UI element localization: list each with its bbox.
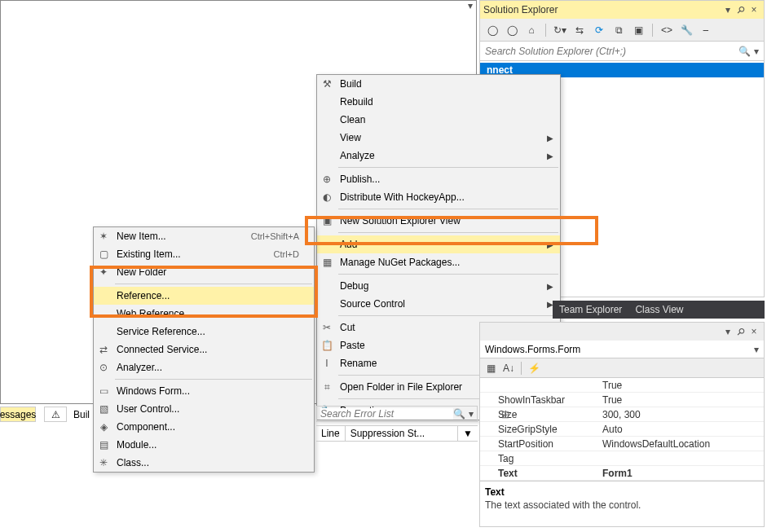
property-row[interactable]: ⊞Size300, 300 bbox=[480, 407, 764, 422]
col-line[interactable]: Line bbox=[316, 426, 346, 441]
menu-item-windows-form[interactable]: ▭Windows Form... bbox=[94, 382, 314, 400]
menu-item-web-reference[interactable]: Web Reference... bbox=[94, 305, 314, 323]
pin-icon[interactable] bbox=[734, 326, 747, 337]
tab-messages[interactable]: essages bbox=[0, 407, 36, 422]
tab-team-explorer[interactable]: Team Explorer bbox=[553, 301, 628, 319]
home-icon[interactable]: ⌂ bbox=[524, 23, 539, 37]
menu-item-view[interactable]: View▶ bbox=[317, 129, 560, 147]
menu-item-new-item[interactable]: ✶New Item...Ctrl+Shift+A bbox=[94, 227, 314, 245]
menu-item-class[interactable]: ✳Class... bbox=[94, 454, 314, 472]
class-icon: ✳ bbox=[97, 457, 110, 468]
menu-item-label: Debug bbox=[340, 280, 547, 292]
toolbar-separator bbox=[652, 24, 653, 37]
property-name: SizeGripStyle bbox=[480, 424, 602, 435]
property-row[interactable]: TextForm1 bbox=[480, 466, 764, 481]
sync-active-icon[interactable]: ⟳ bbox=[592, 23, 606, 37]
forward-icon[interactable]: ◯ bbox=[505, 23, 519, 37]
menu-item-existing-item[interactable]: ▢Existing Item...Ctrl+D bbox=[94, 245, 314, 263]
menu-item-label: User Control... bbox=[117, 403, 307, 415]
menu-item-label: New Solution Explorer View bbox=[340, 215, 553, 226]
window-position-icon[interactable]: ▾ bbox=[721, 326, 734, 337]
property-value[interactable]: 300, 300 bbox=[602, 409, 764, 420]
collapse-icon[interactable]: ⧉ bbox=[611, 23, 626, 37]
submenu-arrow-icon: ▶ bbox=[547, 134, 553, 143]
menu-item-debug[interactable]: Debug▶ bbox=[317, 277, 560, 295]
menu-separator bbox=[338, 274, 558, 275]
menu-item-module[interactable]: ▤Module... bbox=[94, 436, 314, 454]
warning-icon[interactable]: ⚠ bbox=[44, 407, 67, 422]
property-row[interactable]: Tag bbox=[480, 451, 764, 466]
menu-item-component[interactable]: ◈Component... bbox=[94, 418, 314, 436]
menu-item-connected-service[interactable]: ⇄Connected Service... bbox=[94, 341, 314, 358]
submenu-arrow-icon: ▶ bbox=[547, 240, 553, 249]
property-row[interactable]: SizeGripStyleAuto bbox=[480, 422, 764, 437]
property-value[interactable]: WindowsDefaultLocation bbox=[602, 438, 764, 450]
solution-search[interactable]: 🔍 ▾ bbox=[480, 42, 764, 61]
menu-item-reference[interactable]: Reference... bbox=[94, 287, 314, 305]
tab-class-view[interactable]: Class View bbox=[628, 301, 690, 319]
alphabetical-icon[interactable]: A↓ bbox=[501, 361, 516, 376]
sync-icon[interactable]: ↻▾ bbox=[553, 23, 567, 37]
menu-item-publish[interactable]: ⊕Publish... bbox=[317, 170, 560, 188]
property-row[interactable]: True bbox=[480, 378, 764, 393]
menu-item-manage-nuget-packages[interactable]: ▦Manage NuGet Packages... bbox=[317, 253, 560, 271]
properties-grid[interactable]: TrueShowInTaskbarTrue⊞Size300, 300SizeGr… bbox=[480, 378, 764, 481]
menu-item-analyze[interactable]: Analyze▶ bbox=[317, 147, 560, 165]
expand-icon[interactable]: ⊞ bbox=[501, 409, 509, 420]
refresh-icon[interactable]: ⇆ bbox=[572, 23, 587, 37]
menu-item-new-solution-explorer-view[interactable]: ▣New Solution Explorer View bbox=[317, 212, 560, 230]
categorized-icon[interactable]: ▦ bbox=[483, 361, 498, 376]
property-value[interactable]: Form1 bbox=[602, 468, 764, 479]
events-icon[interactable]: ⚡ bbox=[527, 361, 541, 376]
code-icon[interactable]: <> bbox=[659, 23, 674, 37]
property-row[interactable]: ShowInTaskbarTrue bbox=[480, 393, 764, 407]
error-list-search-input[interactable] bbox=[320, 408, 453, 420]
properties-icon[interactable]: 🔧 bbox=[679, 23, 694, 37]
property-value[interactable]: True bbox=[602, 394, 764, 406]
close-icon[interactable]: × bbox=[747, 326, 760, 337]
menu-separator bbox=[338, 209, 558, 209]
menu-item-source-control[interactable]: Source Control▶ bbox=[317, 295, 560, 313]
menu-item-label: Existing Item... bbox=[117, 248, 274, 260]
pin-icon[interactable] bbox=[734, 4, 747, 15]
menu-item-service-reference[interactable]: Service Reference... bbox=[94, 323, 314, 341]
menu-item-build[interactable]: ⚒Build bbox=[317, 75, 560, 93]
menu-shortcut: Ctrl+Shift+A bbox=[251, 231, 307, 241]
property-value[interactable]: Auto bbox=[602, 424, 764, 435]
menu-item-rebuild[interactable]: Rebuild bbox=[317, 93, 560, 111]
menu-separator bbox=[338, 167, 558, 168]
search-icon[interactable]: 🔍 bbox=[453, 408, 465, 420]
properties-object-selector[interactable]: Windows.Forms.Form ▾ bbox=[480, 341, 764, 358]
menu-item-label: Connected Service... bbox=[117, 344, 307, 355]
menu-item-add[interactable]: Add▶ bbox=[317, 235, 560, 253]
menu-item-clean[interactable]: Clean bbox=[317, 111, 560, 129]
search-icon[interactable]: 🔍 bbox=[738, 46, 751, 57]
error-list-search[interactable]: 🔍 ▾ bbox=[316, 406, 478, 422]
search-dropdown-icon[interactable]: ▾ bbox=[469, 408, 474, 420]
solution-explorer-toolbar: ◯ ◯ ⌂ ↻▾ ⇆ ⟳ ⧉ ▣ <> 🔧 ‒ bbox=[480, 19, 764, 42]
menu-item-user-control[interactable]: ▧User Control... bbox=[94, 400, 314, 418]
back-icon[interactable]: ◯ bbox=[485, 23, 500, 37]
properties-titlebar: ▾ × bbox=[480, 323, 764, 341]
form-icon: ▭ bbox=[97, 385, 110, 397]
showall-icon[interactable]: ▣ bbox=[631, 23, 646, 37]
solution-search-input[interactable] bbox=[485, 46, 738, 57]
preview-icon[interactable]: ‒ bbox=[699, 23, 713, 37]
menu-item-label: Source Control bbox=[340, 298, 547, 310]
col-suppression[interactable]: Suppression St... bbox=[346, 426, 458, 441]
menu-item-label: Rebuild bbox=[340, 96, 553, 108]
menu-item-new-folder[interactable]: ✦New Folder bbox=[94, 263, 314, 281]
search-dropdown-icon[interactable]: ▾ bbox=[754, 46, 759, 57]
menu-item-label: Add bbox=[340, 239, 547, 250]
filter-icon[interactable]: ▼ bbox=[458, 426, 478, 441]
component-icon: ◈ bbox=[97, 421, 110, 433]
menu-item-analyzer[interactable]: ⊙Analyzer... bbox=[94, 358, 314, 376]
property-value[interactable]: True bbox=[602, 380, 764, 391]
menu-item-distribute-with-hockeyapp[interactable]: ◐Distribute With HockeyApp... bbox=[317, 188, 560, 206]
builder-fragment: Buil bbox=[73, 407, 95, 422]
window-position-icon[interactable]: ▾ bbox=[721, 4, 734, 15]
property-row[interactable]: StartPositionWindowsDefaultLocation bbox=[480, 437, 764, 451]
menu-separator bbox=[338, 232, 558, 233]
close-icon[interactable]: × bbox=[747, 4, 760, 15]
dropdown-arrow-icon[interactable]: ▾ bbox=[465, 0, 476, 11]
